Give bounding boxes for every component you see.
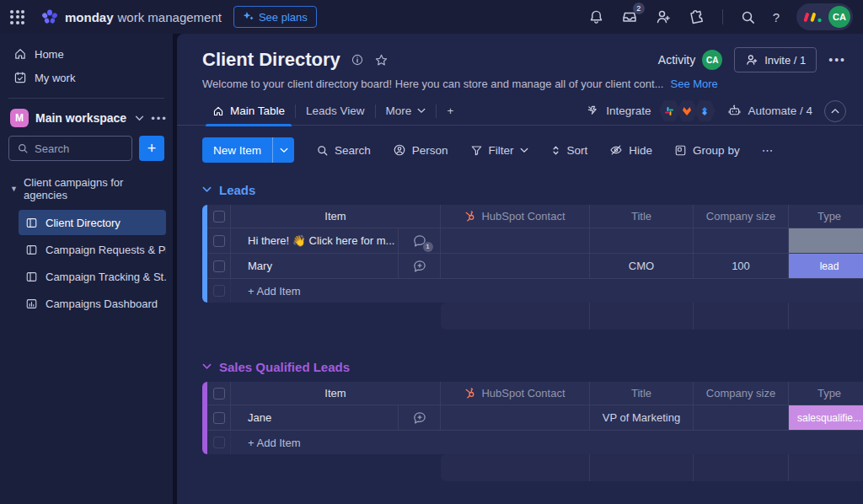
company-size-cell[interactable] xyxy=(694,405,789,430)
board-menu-icon[interactable]: ••• xyxy=(828,53,846,67)
filter-button[interactable]: Filter xyxy=(470,144,528,157)
row-checkbox[interactable] xyxy=(207,254,231,278)
see-more-link[interactable]: See More xyxy=(670,78,717,90)
hubspot-contact-cell[interactable] xyxy=(441,254,590,278)
workspace-chevron-down-icon[interactable] xyxy=(135,115,144,121)
folder-caret-icon[interactable]: ▼ xyxy=(10,185,18,193)
sort-button[interactable]: Sort xyxy=(550,144,588,157)
help-icon[interactable]: ? xyxy=(773,10,780,24)
new-item-label[interactable]: New Item xyxy=(202,137,272,163)
column-header-hubspot[interactable]: HubSpot Contact xyxy=(441,382,590,405)
new-item-dropdown-icon[interactable] xyxy=(272,137,294,163)
chat-bubble-icon[interactable]: 1 xyxy=(412,233,427,249)
automate-button[interactable]: Automate / 4 xyxy=(727,104,812,118)
select-all-checkbox[interactable] xyxy=(207,205,231,228)
sidebar-board-campaign-tracking[interactable]: Campaign Tracking & St... xyxy=(19,264,166,289)
column-header-item[interactable]: Item xyxy=(231,382,441,405)
add-item-row[interactable]: + Add Item xyxy=(207,431,863,454)
item-name[interactable]: Hi there! 👋 Click here for m... xyxy=(231,228,399,253)
add-item-row[interactable]: + Add Item xyxy=(207,279,863,303)
open-item-chat-cell[interactable] xyxy=(399,254,441,278)
column-header-hubspot[interactable]: HubSpot Contact xyxy=(441,205,590,228)
select-all-checkbox[interactable] xyxy=(207,382,231,405)
new-item-button[interactable]: New Item xyxy=(202,137,294,163)
apps-marketplace-icon[interactable] xyxy=(689,8,705,25)
search-icon[interactable] xyxy=(740,9,756,25)
collapse-header-button[interactable] xyxy=(824,100,846,122)
add-item-label[interactable]: + Add Item xyxy=(231,431,863,454)
user-avatar[interactable]: CA xyxy=(828,6,850,28)
search-icon xyxy=(17,142,29,154)
tab-main-table[interactable]: Main Table xyxy=(202,97,295,126)
page-title[interactable]: Client Directory xyxy=(202,49,340,71)
title-cell[interactable] xyxy=(590,228,694,253)
sidebar-item-my-work[interactable]: My work xyxy=(7,66,166,89)
column-header-type[interactable]: Type xyxy=(789,382,863,405)
group-collapse-icon[interactable] xyxy=(202,363,212,370)
column-header-company-size[interactable]: Company size xyxy=(694,205,789,228)
column-header-item[interactable]: Item xyxy=(231,205,441,228)
inbox-icon[interactable]: 2 xyxy=(621,8,638,25)
title-cell[interactable]: CMO xyxy=(590,254,694,278)
board-info-icon[interactable] xyxy=(351,53,364,67)
invite-members-icon[interactable] xyxy=(655,8,672,25)
item-name[interactable]: Mary xyxy=(231,254,399,278)
column-header-type[interactable]: Type xyxy=(789,205,863,228)
group-by-button[interactable]: Group by xyxy=(674,144,740,157)
workspace-switcher[interactable]: M Main workspace ••• xyxy=(7,107,166,136)
tab-leads-view[interactable]: Leads View xyxy=(296,97,375,126)
type-status-cell[interactable]: salesqualifie... xyxy=(789,405,863,430)
sidebar-item-home[interactable]: Home xyxy=(7,42,166,66)
chat-add-icon[interactable] xyxy=(412,410,427,426)
chat-add-icon[interactable] xyxy=(412,259,427,274)
workspace-menu-icon[interactable]: ••• xyxy=(151,112,168,125)
company-size-cell[interactable] xyxy=(694,228,789,253)
title-cell[interactable]: VP of Marketing xyxy=(590,405,694,430)
hide-button[interactable]: Hide xyxy=(609,143,652,157)
add-board-button[interactable]: + xyxy=(139,136,164,161)
notifications-bell-icon[interactable] xyxy=(588,9,604,25)
hubspot-contact-cell[interactable] xyxy=(441,228,590,253)
sort-arrows-icon xyxy=(550,144,561,157)
type-status-cell[interactable] xyxy=(789,228,863,253)
board-icon xyxy=(25,271,38,283)
see-plans-button[interactable]: See plans xyxy=(233,6,317,28)
sidebar-board-campaigns-dashboard[interactable]: Campaigns Dashboard xyxy=(19,291,166,316)
invite-button[interactable]: Invite / 1 xyxy=(734,47,817,72)
favorite-star-icon[interactable] xyxy=(374,53,389,67)
group-title[interactable]: Sales Qualified Leads xyxy=(219,360,350,374)
activity-button[interactable]: Activity CA xyxy=(658,50,722,70)
column-header-title[interactable]: Title xyxy=(590,205,694,228)
add-view-button[interactable]: + xyxy=(437,97,464,126)
sidebar-search-input[interactable] xyxy=(35,142,124,155)
group-title[interactable]: Leads xyxy=(219,183,255,197)
integrate-button[interactable]: Integrate xyxy=(587,105,651,118)
add-item-label[interactable]: + Add Item xyxy=(231,279,863,303)
search-tool-button[interactable]: Search xyxy=(316,144,371,157)
open-item-chat-cell[interactable]: 1 xyxy=(399,228,441,253)
person-filter-button[interactable]: Person xyxy=(393,143,448,157)
hubspot-contact-cell[interactable] xyxy=(441,405,590,430)
sidebar-board-client-directory[interactable]: Client Directory xyxy=(19,210,166,235)
company-size-cell[interactable]: 100 xyxy=(694,254,789,278)
row-checkbox[interactable] xyxy=(207,228,231,253)
column-header-company-size[interactable]: Company size xyxy=(694,382,789,405)
apps-grid-icon[interactable] xyxy=(10,10,24,24)
group-leads: Leads Item HubSpot Contact xyxy=(202,178,863,330)
group-collapse-icon[interactable] xyxy=(202,186,212,193)
tab-more[interactable]: More xyxy=(376,97,437,126)
monday-logo-icon[interactable] xyxy=(40,7,60,27)
column-header-title[interactable]: Title xyxy=(590,382,694,405)
row-checkbox[interactable] xyxy=(207,405,231,430)
board-header: Client Directory Activity CA Invite / 1 … xyxy=(177,34,863,90)
sidebar-board-campaign-requests[interactable]: Campaign Requests & Pl... xyxy=(19,237,166,262)
type-status-cell[interactable]: lead xyxy=(789,254,863,278)
toolbar-more-icon[interactable]: ⋯ xyxy=(762,143,774,157)
folder-client-campaigns[interactable]: ▼ Client campaigns for agencies xyxy=(7,173,166,208)
activity-label: Activity xyxy=(658,53,695,67)
item-name[interactable]: Jane xyxy=(231,405,399,430)
integration-badges[interactable] xyxy=(662,100,716,122)
open-item-chat-cell[interactable] xyxy=(399,405,441,430)
account-chip[interactable]: CA xyxy=(796,3,853,30)
sidebar-search-box[interactable] xyxy=(8,136,132,161)
